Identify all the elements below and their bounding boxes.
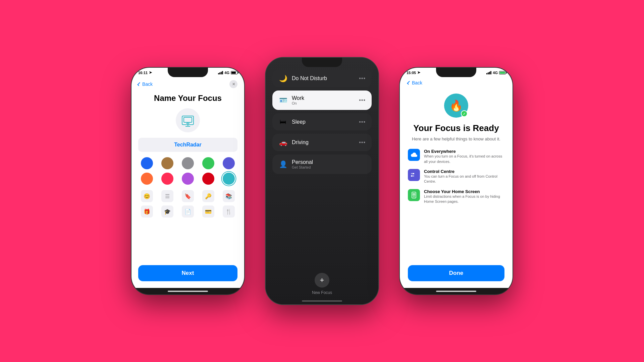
focus-item-sleep[interactable]: 🛏 Sleep ••• bbox=[272, 113, 372, 130]
toggle-icon bbox=[408, 169, 420, 181]
work-text: Work On bbox=[292, 95, 355, 105]
location-icon-3: ➤ bbox=[417, 70, 420, 75]
nav-row-1: Back ✕ bbox=[138, 80, 237, 88]
page-title-1: Name Your Focus bbox=[138, 94, 237, 103]
driving-icon: 🚗 bbox=[278, 138, 288, 146]
icon-card[interactable]: 💳 bbox=[202, 205, 214, 218]
location-icon-1: ➤ bbox=[149, 70, 152, 75]
focus-item-personal[interactable]: 👤 Personal Get Started bbox=[272, 155, 372, 174]
dnd-dots[interactable]: ••• bbox=[359, 75, 366, 81]
dnd-icon: 🌙 bbox=[278, 74, 288, 82]
color-orange[interactable] bbox=[141, 173, 153, 185]
home-indicator-2 bbox=[302, 300, 342, 302]
svg-rect-9 bbox=[413, 193, 415, 196]
flame-icon: 🔥 bbox=[449, 99, 463, 112]
icon-document[interactable]: 📄 bbox=[182, 205, 194, 218]
focus-icon-area bbox=[138, 108, 237, 132]
screen-3: Back 🔥 ✓ Your Focus is Ready Here are a … bbox=[400, 76, 513, 288]
battery-3 bbox=[499, 71, 506, 74]
screen-1-content: Back ✕ Name Your Focus bbox=[131, 76, 244, 288]
battery-1 bbox=[231, 71, 237, 74]
work-dots[interactable]: ••• bbox=[359, 97, 366, 103]
feature-control-centre: Control Centre You can turn a Focus on a… bbox=[408, 169, 504, 184]
color-purple[interactable] bbox=[182, 173, 194, 185]
ready-title: Your Focus is Ready bbox=[408, 123, 504, 133]
icon-books[interactable]: 📚 bbox=[223, 190, 235, 202]
sleep-icon: 🛏 bbox=[278, 118, 288, 126]
focus-name-input[interactable]: TechRadar bbox=[138, 138, 237, 152]
network-type-1: 4G bbox=[224, 71, 229, 75]
screen-1: Back ✕ Name Your Focus bbox=[131, 76, 244, 288]
svg-rect-0 bbox=[184, 117, 192, 122]
monitor-icon bbox=[182, 116, 194, 125]
feature-title-control: Control Centre bbox=[424, 169, 504, 174]
personal-sub: Get Started bbox=[292, 165, 366, 169]
add-focus-button[interactable]: + bbox=[315, 273, 329, 288]
personal-icon: 👤 bbox=[278, 160, 288, 168]
color-green[interactable] bbox=[202, 157, 214, 169]
feature-text-everywhere: On Everywhere When you turn on a Focus, … bbox=[424, 149, 504, 164]
status-icons-1: 4G bbox=[218, 71, 237, 75]
back-label-3: Back bbox=[412, 80, 422, 85]
dnd-name: Do Not Disturb bbox=[292, 75, 355, 81]
personal-text: Personal Get Started bbox=[292, 159, 366, 169]
focus-item-driving[interactable]: 🚗 Driving ••• bbox=[272, 134, 372, 151]
status-time-3: 15:05 ➤ bbox=[407, 70, 420, 75]
focus-item-dnd[interactable]: 🌙 Do Not Disturb ••• bbox=[272, 70, 372, 87]
color-grid bbox=[138, 157, 237, 185]
checkmark-badge: ✓ bbox=[461, 110, 468, 117]
color-teal[interactable] bbox=[223, 173, 235, 185]
icon-list[interactable]: ☰ bbox=[161, 190, 173, 202]
close-label-1: ✕ bbox=[232, 82, 235, 86]
feature-desc-everywhere: When you turn on a Focus, it's turned on… bbox=[424, 154, 504, 164]
chevron-left-icon-3 bbox=[407, 81, 411, 84]
driving-dots[interactable]: ••• bbox=[359, 139, 366, 145]
screen-2: 🌙 Do Not Disturb ••• 🪪 Work On ••• 🛏 Sle… bbox=[266, 58, 378, 304]
focus-ready-icon: 🔥 ✓ bbox=[444, 94, 468, 118]
color-pink[interactable] bbox=[161, 173, 173, 185]
feature-on-everywhere: On Everywhere When you turn on a Focus, … bbox=[408, 149, 504, 164]
network-type-3: 4G bbox=[493, 71, 498, 75]
icon-bookmark[interactable]: 🔖 bbox=[182, 190, 194, 202]
add-label: + bbox=[320, 276, 324, 285]
ready-subtitle: Here are a few helpful things to know ab… bbox=[408, 136, 504, 142]
signal-3 bbox=[486, 71, 491, 74]
feature-title-everywhere: On Everywhere bbox=[424, 149, 504, 154]
icon-grid: 😊 ☰ 🔖 🔑 📚 🎁 🎓 📄 💳 🍴 bbox=[138, 190, 237, 218]
icon-emoji[interactable]: 😊 bbox=[141, 190, 153, 202]
notch-3 bbox=[436, 68, 476, 77]
back-button-1[interactable]: Back bbox=[138, 81, 153, 87]
icon-graduation[interactable]: 🎓 bbox=[161, 205, 173, 218]
work-icon: 🪪 bbox=[278, 96, 288, 104]
sleep-text: Sleep bbox=[292, 119, 355, 125]
next-button[interactable]: Next bbox=[138, 265, 237, 281]
driving-name: Driving bbox=[292, 139, 355, 145]
color-gray[interactable] bbox=[182, 157, 194, 169]
nav-row-3: Back bbox=[408, 80, 504, 85]
home-indicator-1 bbox=[168, 291, 208, 292]
icon-fork[interactable]: 🍴 bbox=[223, 205, 235, 218]
color-red[interactable] bbox=[202, 173, 214, 185]
work-name: Work bbox=[292, 95, 355, 101]
color-brown[interactable] bbox=[161, 157, 173, 169]
dnd-text: Do Not Disturb bbox=[292, 75, 355, 81]
screen-3-content: Back 🔥 ✓ Your Focus is Ready Here are a … bbox=[400, 76, 513, 288]
back-label-1: Back bbox=[142, 81, 153, 87]
focus-item-work[interactable]: 🪪 Work On ••• bbox=[272, 90, 372, 110]
done-button[interactable]: Done bbox=[408, 265, 504, 281]
phone-1: 16:11 ➤ 4G Back ✕ bbox=[131, 67, 245, 295]
color-indigo[interactable] bbox=[223, 157, 235, 169]
feature-desc-homescreen: Limit distractions when a Focus is on by… bbox=[424, 194, 504, 204]
feature-list: On Everywhere When you turn on a Focus, … bbox=[408, 149, 504, 204]
focus-icon-circle bbox=[176, 108, 200, 132]
work-sub: On bbox=[292, 101, 355, 105]
sleep-name: Sleep bbox=[292, 119, 355, 125]
back-button-3[interactable]: Back bbox=[408, 80, 422, 85]
color-blue[interactable] bbox=[141, 157, 153, 169]
icon-key[interactable]: 🔑 bbox=[202, 190, 214, 202]
close-button-1[interactable]: ✕ bbox=[229, 80, 237, 88]
phone-2: 🌙 Do Not Disturb ••• 🪪 Work On ••• 🛏 Sle… bbox=[265, 57, 379, 305]
svg-point-4 bbox=[413, 173, 414, 174]
icon-gift[interactable]: 🎁 bbox=[141, 205, 153, 218]
sleep-dots[interactable]: ••• bbox=[359, 119, 366, 125]
